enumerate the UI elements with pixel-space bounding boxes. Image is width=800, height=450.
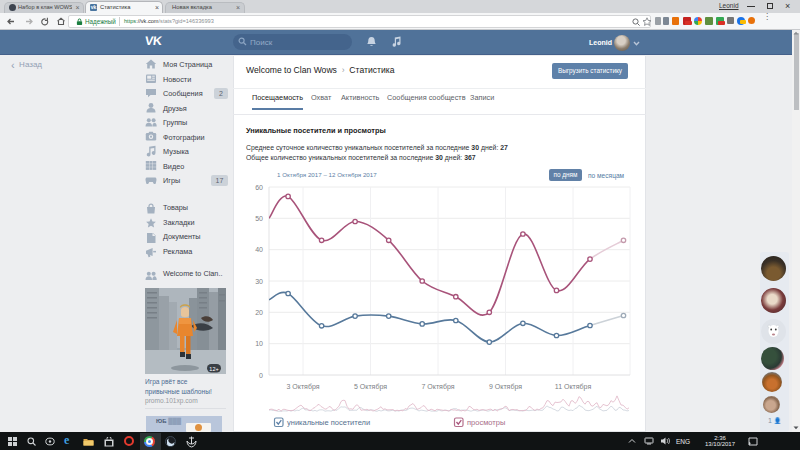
svg-text:30: 30 (255, 278, 263, 285)
svg-text:уникальные посетители: уникальные посетители (287, 418, 370, 427)
svg-text:7 Октября: 7 Октября (421, 383, 454, 391)
svg-text:5 Октября: 5 Октября (354, 383, 387, 391)
svg-text:50: 50 (255, 215, 263, 222)
svg-text:11 Октября: 11 Октября (555, 383, 592, 391)
svg-text:40: 40 (255, 246, 263, 253)
svg-text:3 Октября: 3 Октября (286, 383, 319, 391)
svg-text:0: 0 (259, 372, 263, 379)
svg-text:просмотры: просмотры (467, 418, 505, 427)
svg-text:12+: 12+ (209, 366, 218, 372)
svg-text:60: 60 (255, 184, 263, 191)
svg-text:20: 20 (255, 309, 263, 316)
svg-text:10: 10 (255, 340, 263, 347)
svg-text:9 Октября: 9 Октября (489, 383, 522, 391)
